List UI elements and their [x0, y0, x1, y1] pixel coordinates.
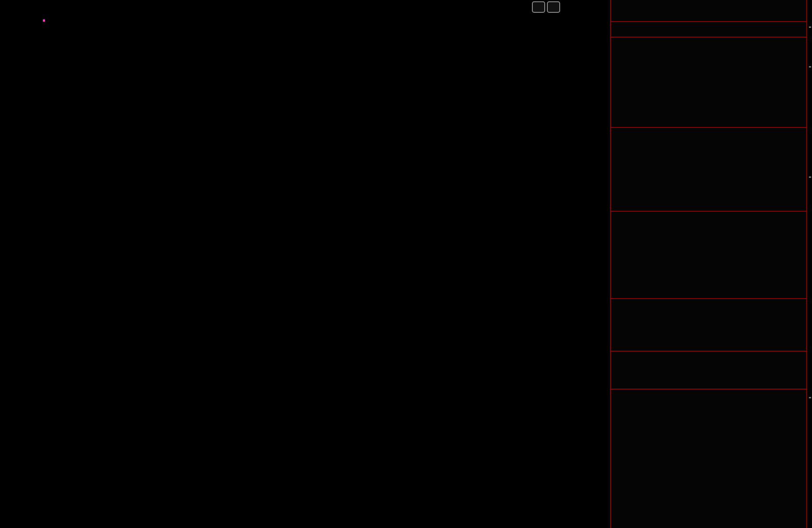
buy-levels: [611, 127, 806, 211]
weibi-row: [611, 21, 806, 37]
trading-terminal: [0, 0, 812, 528]
money-flow: [611, 351, 806, 389]
fundamental-stats: [611, 298, 806, 351]
edge-toolbar-strip: [808, 0, 812, 528]
quote-stats: [611, 211, 806, 298]
sell-levels: [611, 37, 806, 127]
stock-title: [611, 0, 806, 21]
marker-dot: [43, 19, 45, 22]
trade-tape[interactable]: [611, 389, 806, 528]
quote-panel: [610, 0, 807, 528]
